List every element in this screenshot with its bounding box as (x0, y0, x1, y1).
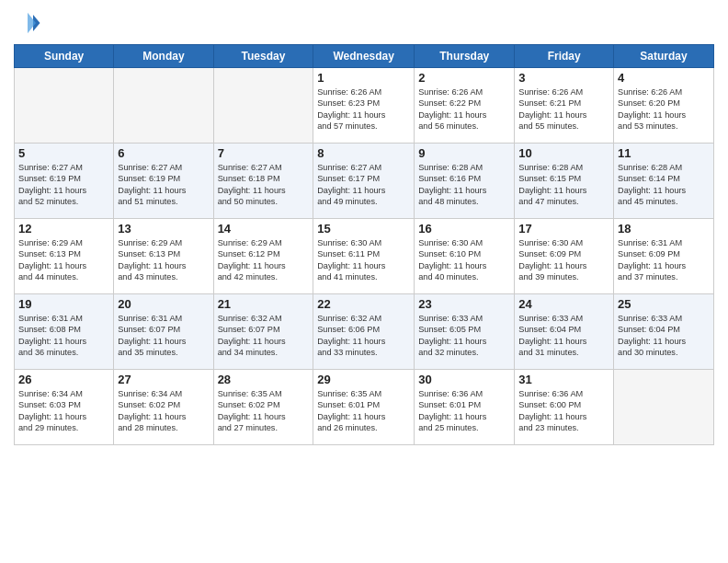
calendar-header-row: SundayMondayTuesdayWednesdayThursdayFrid… (15, 45, 714, 68)
calendar-day: 13Sunrise: 6:29 AM Sunset: 6:13 PM Dayli… (114, 219, 213, 294)
calendar-day: 25Sunrise: 6:33 AM Sunset: 6:04 PM Dayli… (614, 294, 714, 370)
day-number: 5 (18, 146, 109, 160)
calendar-day: 14Sunrise: 6:29 AM Sunset: 6:12 PM Dayli… (213, 219, 313, 294)
day-info: Sunrise: 6:32 AM Sunset: 6:07 PM Dayligh… (218, 313, 310, 359)
day-info: Sunrise: 6:28 AM Sunset: 6:15 PM Dayligh… (518, 162, 609, 208)
day-info: Sunrise: 6:27 AM Sunset: 6:19 PM Dayligh… (18, 162, 109, 208)
calendar-day: 31Sunrise: 6:36 AM Sunset: 6:00 PM Dayli… (515, 370, 614, 445)
day-info: Sunrise: 6:27 AM Sunset: 6:18 PM Dayligh… (218, 162, 310, 208)
day-number: 26 (18, 373, 109, 386)
day-info: Sunrise: 6:27 AM Sunset: 6:17 PM Dayligh… (317, 162, 410, 208)
day-number: 24 (518, 297, 609, 311)
calendar-day: 9Sunrise: 6:28 AM Sunset: 6:16 PM Daylig… (415, 144, 515, 219)
calendar-day: 1Sunrise: 6:26 AM Sunset: 6:23 PM Daylig… (313, 68, 415, 144)
calendar-day: 4Sunrise: 6:26 AM Sunset: 6:20 PM Daylig… (614, 68, 714, 144)
day-info: Sunrise: 6:28 AM Sunset: 6:16 PM Dayligh… (418, 162, 510, 208)
day-number: 20 (118, 297, 209, 311)
calendar-day: 12Sunrise: 6:29 AM Sunset: 6:13 PM Dayli… (15, 219, 114, 294)
day-info: Sunrise: 6:35 AM Sunset: 6:02 PM Dayligh… (218, 388, 310, 434)
day-number: 30 (418, 373, 510, 386)
calendar-week-row: 1Sunrise: 6:26 AM Sunset: 6:23 PM Daylig… (15, 68, 714, 144)
day-number: 19 (18, 297, 109, 311)
calendar-day: 30Sunrise: 6:36 AM Sunset: 6:01 PM Dayli… (415, 370, 515, 445)
calendar-week-row: 12Sunrise: 6:29 AM Sunset: 6:13 PM Dayli… (15, 219, 714, 294)
calendar-day: 28Sunrise: 6:35 AM Sunset: 6:02 PM Dayli… (213, 370, 313, 445)
day-number: 28 (218, 373, 310, 386)
day-info: Sunrise: 6:26 AM Sunset: 6:22 PM Dayligh… (418, 86, 510, 132)
day-info: Sunrise: 6:28 AM Sunset: 6:14 PM Dayligh… (618, 162, 710, 208)
day-number: 31 (518, 373, 609, 386)
day-number: 4 (618, 71, 710, 85)
logo-icon (14, 9, 41, 37)
col-header-saturday: Saturday (614, 45, 714, 68)
day-number: 7 (218, 146, 310, 160)
day-number: 27 (118, 373, 209, 386)
day-info: Sunrise: 6:29 AM Sunset: 6:13 PM Dayligh… (118, 237, 209, 283)
day-number: 25 (618, 297, 710, 311)
day-number: 18 (618, 222, 710, 236)
day-number: 12 (18, 222, 109, 236)
day-number: 17 (518, 222, 609, 236)
calendar-day: 24Sunrise: 6:33 AM Sunset: 6:04 PM Dayli… (515, 294, 614, 370)
svg-marker-1 (28, 13, 36, 34)
calendar-day (114, 68, 213, 144)
day-info: Sunrise: 6:33 AM Sunset: 6:04 PM Dayligh… (518, 313, 609, 359)
page-header (14, 9, 714, 37)
calendar-day: 11Sunrise: 6:28 AM Sunset: 6:14 PM Dayli… (614, 144, 714, 219)
day-number: 16 (418, 222, 510, 236)
day-info: Sunrise: 6:36 AM Sunset: 6:01 PM Dayligh… (418, 388, 510, 434)
day-info: Sunrise: 6:31 AM Sunset: 6:08 PM Dayligh… (18, 313, 109, 359)
day-info: Sunrise: 6:30 AM Sunset: 6:10 PM Dayligh… (418, 237, 510, 283)
day-info: Sunrise: 6:26 AM Sunset: 6:21 PM Dayligh… (518, 86, 609, 132)
day-number: 14 (218, 222, 310, 236)
day-info: Sunrise: 6:31 AM Sunset: 6:09 PM Dayligh… (618, 237, 710, 283)
calendar-day: 8Sunrise: 6:27 AM Sunset: 6:17 PM Daylig… (313, 144, 415, 219)
day-number: 13 (118, 222, 209, 236)
day-info: Sunrise: 6:32 AM Sunset: 6:06 PM Dayligh… (317, 313, 410, 359)
calendar-day: 22Sunrise: 6:32 AM Sunset: 6:06 PM Dayli… (313, 294, 415, 370)
logo (14, 9, 45, 37)
col-header-thursday: Thursday (415, 45, 515, 68)
calendar-day: 10Sunrise: 6:28 AM Sunset: 6:15 PM Dayli… (515, 144, 614, 219)
calendar-day: 3Sunrise: 6:26 AM Sunset: 6:21 PM Daylig… (515, 68, 614, 144)
calendar-week-row: 5Sunrise: 6:27 AM Sunset: 6:19 PM Daylig… (15, 144, 714, 219)
calendar-day: 20Sunrise: 6:31 AM Sunset: 6:07 PM Dayli… (114, 294, 213, 370)
day-info: Sunrise: 6:26 AM Sunset: 6:20 PM Dayligh… (618, 86, 710, 132)
day-number: 1 (317, 71, 410, 85)
calendar-table: SundayMondayTuesdayWednesdayThursdayFrid… (14, 44, 714, 445)
calendar-week-row: 19Sunrise: 6:31 AM Sunset: 6:08 PM Dayli… (15, 294, 714, 370)
day-info: Sunrise: 6:36 AM Sunset: 6:00 PM Dayligh… (518, 388, 609, 434)
day-number: 2 (418, 71, 510, 85)
day-number: 29 (317, 373, 410, 386)
calendar-day: 6Sunrise: 6:27 AM Sunset: 6:19 PM Daylig… (114, 144, 213, 219)
calendar-day: 27Sunrise: 6:34 AM Sunset: 6:02 PM Dayli… (114, 370, 213, 445)
calendar-day: 2Sunrise: 6:26 AM Sunset: 6:22 PM Daylig… (415, 68, 515, 144)
col-header-friday: Friday (515, 45, 614, 68)
col-header-tuesday: Tuesday (213, 45, 313, 68)
day-info: Sunrise: 6:34 AM Sunset: 6:02 PM Dayligh… (118, 388, 209, 434)
day-number: 11 (618, 146, 710, 160)
calendar-week-row: 26Sunrise: 6:34 AM Sunset: 6:03 PM Dayli… (15, 370, 714, 445)
calendar-day: 18Sunrise: 6:31 AM Sunset: 6:09 PM Dayli… (614, 219, 714, 294)
calendar-day: 16Sunrise: 6:30 AM Sunset: 6:10 PM Dayli… (415, 219, 515, 294)
day-number: 9 (418, 146, 510, 160)
day-number: 23 (418, 297, 510, 311)
day-number: 15 (317, 222, 410, 236)
calendar-day: 29Sunrise: 6:35 AM Sunset: 6:01 PM Dayli… (313, 370, 415, 445)
day-info: Sunrise: 6:30 AM Sunset: 6:09 PM Dayligh… (518, 237, 609, 283)
day-number: 8 (317, 146, 410, 160)
day-info: Sunrise: 6:34 AM Sunset: 6:03 PM Dayligh… (18, 388, 109, 434)
day-info: Sunrise: 6:30 AM Sunset: 6:11 PM Dayligh… (317, 237, 410, 283)
day-number: 10 (518, 146, 609, 160)
day-number: 3 (518, 71, 609, 85)
calendar-day: 19Sunrise: 6:31 AM Sunset: 6:08 PM Dayli… (15, 294, 114, 370)
calendar-day (15, 68, 114, 144)
calendar-day (614, 370, 714, 445)
calendar-day (213, 68, 313, 144)
day-number: 22 (317, 297, 410, 311)
day-info: Sunrise: 6:31 AM Sunset: 6:07 PM Dayligh… (118, 313, 209, 359)
calendar-day: 17Sunrise: 6:30 AM Sunset: 6:09 PM Dayli… (515, 219, 614, 294)
page-container: SundayMondayTuesdayWednesdayThursdayFrid… (0, 0, 728, 563)
day-info: Sunrise: 6:27 AM Sunset: 6:19 PM Dayligh… (118, 162, 209, 208)
day-number: 6 (118, 146, 209, 160)
